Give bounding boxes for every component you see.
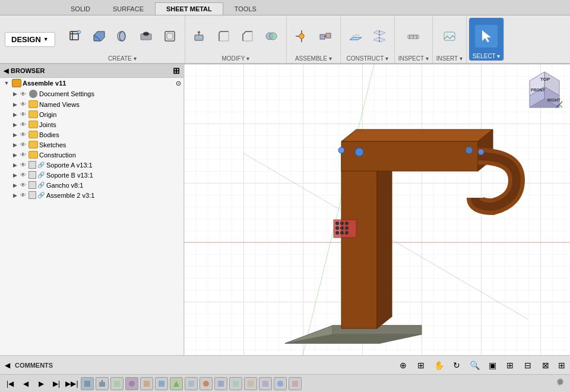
- shell-button[interactable]: [159, 25, 181, 48]
- tl-item-14[interactable]: [274, 377, 287, 390]
- tl-settings-icon[interactable]: [555, 377, 566, 390]
- press-pull-button[interactable]: [189, 25, 211, 48]
- capture-image-icon[interactable]: ⊞: [413, 359, 429, 372]
- gancho-toggle[interactable]: ▶: [11, 182, 19, 188]
- nav-cube[interactable]: TOP FRONT RIGHT: [524, 69, 565, 110]
- pin-icon[interactable]: ⊠: [538, 359, 553, 372]
- tl-next-button[interactable]: ▶|: [50, 377, 63, 390]
- tl-item-8[interactable]: [185, 377, 198, 390]
- chamfer-button[interactable]: [236, 25, 259, 48]
- hole-button[interactable]: [135, 25, 157, 48]
- display-settings-icon[interactable]: ▣: [484, 359, 500, 372]
- joints-toggle[interactable]: ▶: [11, 122, 19, 128]
- bottom-collapse-icon[interactable]: ◀: [5, 361, 10, 369]
- midplane-button[interactable]: [368, 25, 391, 48]
- soporte-b-toggle[interactable]: ▶: [11, 172, 19, 178]
- browser-collapse-icon[interactable]: ◀: [4, 67, 8, 75]
- box-icon-assemble2: [28, 191, 36, 199]
- select-button[interactable]: [475, 25, 498, 48]
- tl-item-5[interactable]: [140, 377, 153, 390]
- zoom-icon[interactable]: 🔍: [467, 359, 482, 372]
- tl-item-13[interactable]: [259, 377, 272, 390]
- origin-toggle[interactable]: ▶: [11, 112, 19, 118]
- tree-assemble2[interactable]: ▶ 👁 🔗 Assemble 2 v3:1: [0, 190, 183, 200]
- tl-item-4[interactable]: [125, 377, 138, 390]
- tab-sheet-metal[interactable]: SHEET METAL: [155, 2, 223, 15]
- extrude-button[interactable]: [87, 25, 110, 48]
- bodies-eye-icon[interactable]: 👁: [20, 131, 26, 138]
- tree-bodies[interactable]: ▶ 👁 Bodies: [0, 129, 183, 140]
- bodies-toggle[interactable]: ▶: [11, 132, 19, 138]
- tab-tools[interactable]: TOOLS: [223, 2, 268, 15]
- svg-point-10: [143, 32, 149, 36]
- tl-item-1[interactable]: [81, 377, 94, 390]
- origin-label: Origin: [39, 111, 56, 118]
- sketches-eye-icon[interactable]: 👁: [20, 141, 26, 148]
- tl-item-10[interactable]: [214, 377, 227, 390]
- doc-toggle[interactable]: ▶: [11, 91, 19, 97]
- design-dropdown[interactable]: DESIGN ▼: [5, 32, 55, 47]
- tab-solid[interactable]: SOLID: [59, 2, 102, 15]
- doc-eye-icon[interactable]: 👁: [20, 91, 26, 97]
- tl-start-button[interactable]: |◀: [4, 377, 17, 390]
- soporte-a-toggle[interactable]: ▶: [11, 162, 19, 168]
- svg-point-60: [340, 231, 344, 235]
- construction-toggle[interactable]: ▶: [11, 152, 19, 158]
- root-history-icon[interactable]: ⊙: [176, 80, 181, 87]
- insert-image-button[interactable]: [438, 25, 461, 48]
- combine-button[interactable]: [260, 25, 283, 48]
- svg-point-56: [335, 226, 339, 230]
- browser-pin-icon[interactable]: ⊞: [173, 66, 180, 75]
- tree-construction[interactable]: ▶ 👁 Construction: [0, 150, 183, 160]
- tl-item-11[interactable]: [229, 377, 242, 390]
- pan-icon[interactable]: ✋: [431, 359, 446, 372]
- tl-play-button[interactable]: ▶: [34, 377, 48, 390]
- revolve-button[interactable]: [111, 25, 134, 48]
- grid-icon[interactable]: ⊞: [502, 359, 518, 372]
- viewport[interactable]: TOP FRONT RIGHT: [184, 64, 570, 355]
- tree-soporte-b[interactable]: ▶ 👁 🔗 Soporte B v13:1: [0, 170, 183, 180]
- named-views-toggle[interactable]: ▶: [11, 102, 19, 108]
- tl-item-15[interactable]: [289, 377, 302, 390]
- origin-eye-icon[interactable]: 👁: [20, 111, 26, 118]
- tree-root[interactable]: ▼ Assemble v11 ⊙: [0, 78, 183, 88]
- sketches-toggle[interactable]: ▶: [11, 142, 19, 148]
- soporte-b-eye-icon[interactable]: 👁: [20, 172, 26, 178]
- svg-marker-80: [173, 381, 179, 387]
- tab-surface[interactable]: SURFACE: [102, 2, 155, 15]
- tree-named-views[interactable]: ▶ 👁 Named Views: [0, 99, 183, 109]
- box-icon-soporte-a: [28, 161, 36, 169]
- tree-gancho[interactable]: ▶ 👁 🔗 Gancho v8:1: [0, 180, 183, 190]
- tree-soporte-a[interactable]: ▶ 👁 🔗 Soporte A v13:1: [0, 160, 183, 170]
- tl-item-6[interactable]: [155, 377, 168, 390]
- tree-origin[interactable]: ▶ 👁 Origin: [0, 109, 183, 119]
- view-icon[interactable]: ⊟: [520, 359, 536, 372]
- tree-joints[interactable]: ▶ 👁 Joints: [0, 119, 183, 129]
- tl-end-button[interactable]: ▶▶|: [65, 377, 78, 390]
- tl-item-2[interactable]: [96, 377, 109, 390]
- offset-plane-button[interactable]: [344, 25, 367, 48]
- new-component-button[interactable]: [64, 25, 86, 48]
- orbit-icon[interactable]: ↻: [449, 359, 464, 372]
- soporte-a-eye-icon[interactable]: 👁: [20, 162, 26, 168]
- construction-eye-icon[interactable]: 👁: [20, 151, 26, 158]
- measure-button[interactable]: [402, 25, 425, 48]
- assemble2-eye-icon[interactable]: 👁: [20, 192, 26, 198]
- tree-sketches[interactable]: ▶ 👁 Sketches: [0, 140, 183, 150]
- root-toggle[interactable]: ▼: [2, 80, 11, 86]
- joints-eye-icon[interactable]: 👁: [20, 121, 26, 128]
- bottom-right-pin[interactable]: ⊞: [558, 361, 565, 370]
- fillet-button[interactable]: [213, 25, 235, 48]
- tl-item-3[interactable]: [110, 377, 124, 390]
- named-views-eye-icon[interactable]: 👁: [20, 101, 26, 108]
- tl-prev-button[interactable]: ◀: [19, 377, 32, 390]
- tl-item-12[interactable]: [244, 377, 257, 390]
- gancho-eye-icon[interactable]: 👁: [20, 182, 26, 188]
- tl-item-7[interactable]: [170, 377, 183, 390]
- joint-button[interactable]: [290, 25, 313, 48]
- snap-icon[interactable]: ⊕: [395, 359, 411, 372]
- assemble2-toggle[interactable]: ▶: [11, 192, 19, 198]
- tl-item-9[interactable]: [200, 377, 213, 390]
- tree-doc-settings[interactable]: ▶ 👁 Document Settings: [0, 88, 183, 99]
- rigid-joint-button[interactable]: [314, 25, 337, 48]
